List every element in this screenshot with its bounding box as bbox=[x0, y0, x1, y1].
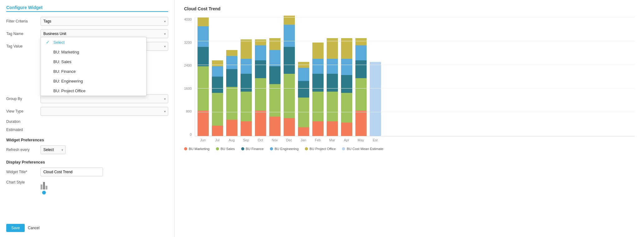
bar-segment-project_office bbox=[198, 17, 209, 26]
bar-segment-sales bbox=[298, 98, 309, 127]
stacked-bar bbox=[255, 39, 266, 136]
stacked-bar bbox=[370, 62, 381, 136]
legend-item: BU Sales bbox=[216, 147, 235, 151]
x-axis-label: Oct bbox=[255, 138, 266, 142]
x-axis-label: Jul bbox=[212, 138, 223, 142]
x-axis-label: Nov bbox=[269, 138, 280, 142]
bar-segment-engineering bbox=[327, 59, 338, 74]
filter-criteria-select[interactable]: Tags bbox=[41, 17, 168, 26]
dropdown-item-finance[interactable]: BU: Finance bbox=[41, 67, 146, 76]
check-icon: ✓ bbox=[46, 40, 51, 45]
bar-segment-engineering bbox=[312, 59, 324, 74]
bar-segment-project_office bbox=[298, 62, 309, 68]
legend-dot bbox=[342, 147, 345, 150]
stacked-bar bbox=[284, 16, 295, 136]
legend-item: BU Finance bbox=[241, 147, 264, 151]
chart-style-label: Chart Style bbox=[6, 180, 41, 184]
bar-segment-sales bbox=[355, 78, 367, 111]
bar-segment-finance bbox=[298, 81, 309, 97]
bar-segment-finance bbox=[284, 47, 295, 74]
stacked-bar bbox=[269, 38, 281, 136]
bar1 bbox=[41, 184, 42, 189]
cancel-button[interactable]: Cancel bbox=[28, 224, 39, 232]
bar-segment-marketing bbox=[269, 117, 281, 136]
legend-label: BU Finance bbox=[246, 147, 264, 151]
configure-widget-title: Configure Widget bbox=[6, 5, 168, 12]
viewtype-label: View Type bbox=[6, 109, 41, 113]
stacked-bar bbox=[198, 17, 209, 136]
viewtype-select-wrapper[interactable] bbox=[41, 107, 168, 116]
filter-criteria-select-wrapper[interactable]: Tags bbox=[41, 17, 168, 26]
bar-segment-marketing bbox=[327, 121, 338, 136]
bar-segment-marketing bbox=[241, 121, 252, 136]
legend-item: BU Marketing bbox=[184, 147, 210, 151]
dropdown-item-sales[interactable]: BU: Sales bbox=[41, 57, 146, 67]
x-axis-label: Feb bbox=[312, 138, 323, 142]
filter-criteria-row: Filter Criteria Tags bbox=[6, 17, 168, 26]
stacked-bar bbox=[341, 38, 352, 136]
chart-title: Cloud Cost Trend bbox=[184, 6, 635, 11]
bar-segment-engineering bbox=[269, 50, 281, 66]
y-axis-label: 3200 bbox=[184, 41, 192, 44]
dropdown-item-project-office[interactable]: BU: Project Office bbox=[41, 86, 146, 96]
dropdown-item-marketing[interactable]: BU: Marketing bbox=[41, 47, 146, 57]
bar-segment-marketing bbox=[198, 111, 209, 136]
y-axis-label: 4000 bbox=[184, 18, 192, 21]
bar-segment-sales bbox=[327, 92, 338, 121]
widget-title-label: Widget Title* bbox=[6, 170, 41, 174]
chart-style-row: Chart Style bbox=[6, 180, 168, 194]
refresh-row: Refresh every Select bbox=[6, 145, 168, 154]
refresh-select[interactable]: Select bbox=[41, 145, 66, 154]
bar-chart-radio[interactable] bbox=[42, 191, 46, 194]
bar-segment-marketing bbox=[312, 121, 324, 136]
x-axis-label: Mar bbox=[326, 138, 338, 142]
dropdown-item-engineering[interactable]: BU: Engineering bbox=[41, 76, 146, 86]
viewtype-row: View Type bbox=[6, 107, 168, 116]
bar-segment-project_office bbox=[269, 38, 281, 50]
widget-title-input[interactable] bbox=[41, 168, 103, 176]
bar-segment-marketing bbox=[284, 118, 295, 136]
bar-segment-marketing bbox=[341, 123, 352, 136]
bar-segment-sales bbox=[226, 87, 237, 120]
x-axis-label: Dec bbox=[283, 138, 295, 142]
bar-segment-sales bbox=[341, 93, 352, 123]
bar-group bbox=[284, 16, 295, 136]
x-axis-label: Sep bbox=[240, 138, 251, 142]
bar-chart-style-option[interactable] bbox=[41, 180, 47, 194]
bar-segment-project_office bbox=[312, 43, 324, 59]
bar-chart-icon bbox=[41, 180, 47, 189]
bar-segment-finance bbox=[355, 60, 367, 78]
bar-segment-sales bbox=[255, 78, 266, 111]
y-axis-label: 0 bbox=[184, 133, 192, 136]
bar-segment-engineering bbox=[241, 59, 252, 74]
duration-row: Duration bbox=[6, 119, 168, 124]
y-axis-label: 2400 bbox=[184, 63, 192, 67]
legend-label: BU Project Office bbox=[310, 147, 336, 151]
x-axis-label: Jun bbox=[197, 138, 208, 142]
y-axis-label: 1600 bbox=[184, 87, 192, 90]
bar-group bbox=[255, 39, 266, 136]
chart-style-icons bbox=[41, 180, 47, 194]
bar-segment-finance bbox=[312, 74, 324, 92]
x-axis-label: Aug bbox=[226, 138, 237, 142]
bar-segment-marketing bbox=[212, 126, 223, 136]
legend-item: BU Cost Mean Estimate bbox=[342, 147, 383, 151]
legend-label: BU Engineering bbox=[275, 147, 299, 151]
bar-group bbox=[327, 38, 338, 136]
bar-segment-marketing bbox=[355, 111, 367, 136]
bar-segment-marketing bbox=[226, 120, 237, 136]
bar-group bbox=[198, 17, 209, 136]
button-row: Save Cancel bbox=[6, 224, 40, 232]
dropdown-item-select[interactable]: ✓ Select bbox=[41, 37, 146, 47]
viewtype-select[interactable] bbox=[41, 107, 168, 116]
legend-label: BU Cost Mean Estimate bbox=[347, 147, 383, 151]
estimated-label: Estimated bbox=[6, 128, 41, 132]
save-button[interactable]: Save bbox=[6, 224, 25, 232]
bar-group bbox=[269, 38, 281, 136]
tag-value-dropdown[interactable]: ✓ Select BU: Marketing BU: Sales BU: Fin… bbox=[41, 37, 147, 96]
bar-segment-finance bbox=[212, 77, 223, 93]
legend-dot bbox=[270, 147, 273, 150]
bar-segment-project_office bbox=[284, 16, 295, 25]
bar-segment-sales bbox=[212, 93, 223, 126]
refresh-select-wrapper[interactable]: Select bbox=[41, 145, 66, 154]
